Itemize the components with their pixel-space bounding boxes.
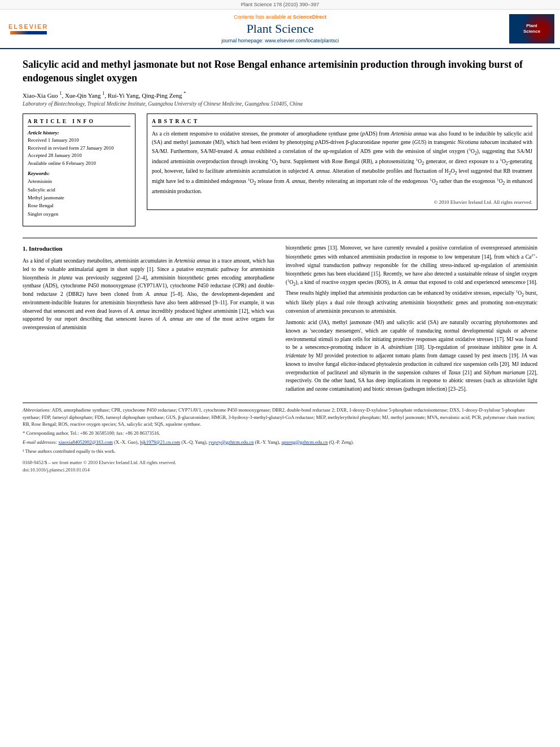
author-4-sup: * [183,91,186,96]
abbreviations-line: Abbreviations: ADS, amorphadiene synthas… [23,407,537,428]
email-ryayry[interactable]: ryayry@gzhtcm.edu.cn [209,439,254,445]
abstract-column: A B S T R A C T As a cis element respons… [147,113,537,232]
journal-header: ELSEVIER Contents lists available at Sci… [0,10,560,49]
journal-title: Plant Science [247,21,314,36]
article-history-section: Article history: Received 1 January 2010… [28,130,130,167]
article-info-heading: A R T I C L E I N F O [28,119,130,126]
email-hjk[interactable]: hjk1979@21.cn.com [140,439,180,445]
author-2-sup: 1 [102,91,104,96]
email-xiaoxia[interactable]: xiaoxia84052002@163.com [58,439,112,445]
keywords-section: Keywords: Artemisinin Salicylic acid Met… [28,171,130,218]
intro-heading: 1. Introduction [23,244,274,254]
keyword-artemisinin: Artemisinin [28,177,130,185]
intro-para1: As a kind of plant secondary metabolites… [23,257,274,331]
copyright-line: © 2010 Elsevier Ireland Ltd. All rights … [152,199,532,205]
elsevier-stripe [10,31,47,34]
article-content: Salicylic acid and methyl jasmonate but … [0,49,560,482]
sciencedirect-link-text[interactable]: ScienceDirect [293,14,327,20]
section-divider [23,238,537,238]
sciencedirect-info: Contents lists available at ScienceDirec… [234,14,326,20]
abbrev-text: ADS, amorphadiene synthase; CPR, cytochr… [23,407,535,427]
journal-citation: Plant Science 178 (2010) 390–397 [241,2,320,7]
keyword-singlet: Singlet oxygen [28,210,130,218]
online-date: Available online 6 February 2010 [28,160,130,168]
email-line: E-mail addresses: xiaoxia84052002@163.co… [23,439,537,446]
elsevier-wordmark: ELSEVIER [8,23,48,30]
equal-contrib-line: ¹ These authors contributed equally to t… [23,448,537,455]
info-abstract-row: A R T I C L E I N F O Article history: R… [23,113,537,232]
article-title: Salicylic acid and methyl jasmonate but … [23,58,537,85]
author-3: Rui-Yi Yang, Qing-Ping Zeng [108,91,182,98]
footnotes-section: Abbreviations: ADS, amorphadiene synthas… [23,403,537,455]
keyword-methyl: Methyl jasmonate [28,194,130,202]
plant-science-logo: PlantScience [509,14,554,43]
ps-logo-text: PlantScience [523,23,540,35]
body-left-column: 1. Introduction As a kind of plant secon… [23,244,274,397]
page-bottom: 0168-9452/$ – see front matter © 2010 El… [23,459,537,474]
corresponding-author-line: * Corresponding author. Tel.: +86 20 365… [23,430,537,437]
affiliation: Laboratory of Biotechnology, Tropical Me… [23,101,537,107]
keyword-salicylic: Salicylic acid [28,186,130,194]
abstract-box: A B S T R A C T As a cis element respons… [147,113,537,209]
author-1: Xiao-Xia Guo [23,91,58,98]
author-2: Xue-Qin Yang [65,91,101,98]
received-date: Received 1 January 2010 [28,137,130,145]
keyword-rose: Rose Bengal [28,202,130,209]
article-history-label: Article history: [28,130,130,136]
journal-homepage: journal homepage: www.elsevier.com/locat… [221,38,339,43]
abbrev-label: Abbreviations: [23,407,51,413]
keywords-label: Keywords: [28,171,130,176]
email-author-4: (Q.-P. Zeng). [329,439,354,445]
contents-list-text: Contents lists available at [234,14,293,20]
accepted-date: Accepted 28 January 2010 [28,152,130,160]
author-1-sup: 1 [59,91,62,96]
email-qpzeng[interactable]: qpzeng@gzhtcm.edu.cn [282,439,328,445]
journal-citation-bar: Plant Science 178 (2010) 390–397 [0,0,560,10]
on-text: On [314,378,321,383]
doi-line: doi:10.1016/j.plantsci.2010.01.014 [23,466,537,474]
abstract-heading: A B S T R A C T [152,119,532,126]
revised-date: Received in revised form 27 January 2010 [28,145,130,152]
email-author-3: (R.-Y. Yang), [255,439,282,445]
elsevier-logo: ELSEVIER [6,14,51,43]
open-access-line: 0168-9452/$ – see front matter © 2010 El… [23,459,537,466]
page: Plant Science 178 (2010) 390–397 ELSEVIE… [0,0,560,747]
body-text-columns: 1. Introduction As a kind of plant secon… [23,244,537,397]
journal-center: Contents lists available at ScienceDirec… [51,14,509,43]
article-info-column: A R T I C L E I N F O Article history: R… [23,113,135,232]
email-label: E-mail addresses: [23,439,57,445]
article-info-box: A R T I C L E I N F O Article history: R… [23,113,135,226]
keywords-list: Artemisinin Salicylic acid Methyl jasmon… [28,177,130,218]
body-right-column: biosynthetic genes [13]. Moreover, we ha… [286,244,537,397]
abstract-text: As a cis element responsive to oxidative… [152,130,532,195]
body-right-para2: Jasmonic acid (JA), methyl jasmonate (MJ… [286,318,537,393]
authors-line: Xiao-Xia Guo 1, Xue-Qin Yang 1, Rui-Yi Y… [23,91,537,99]
email-author-2: (X.-Q. Yang), [181,439,209,445]
body-right-para1: biosynthetic genes [13]. Moreover, we ha… [286,244,537,315]
email-author-1: (X.-X. Guo), [114,439,140,445]
